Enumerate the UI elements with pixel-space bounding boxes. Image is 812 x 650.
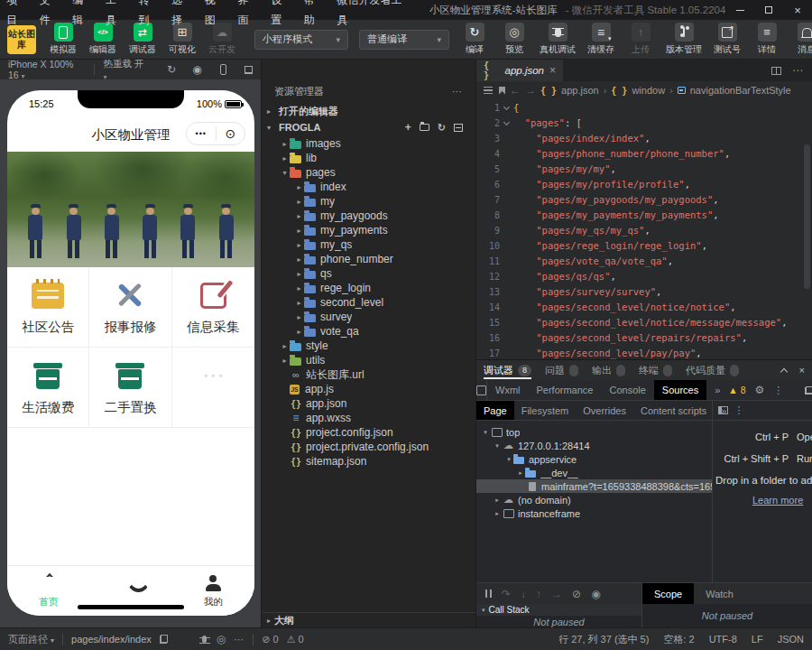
tree-item[interactable]: ▸ my bbox=[262, 194, 475, 209]
editor-more-icon[interactable]: ⋯ bbox=[792, 64, 803, 77]
code-line[interactable]: 11 "pages/vote_qa/vote_qa", bbox=[476, 254, 812, 269]
error-count[interactable]: ⊘ 0 bbox=[262, 634, 278, 645]
deactivate-breakpoints-icon[interactable]: ⊘ bbox=[572, 589, 581, 599]
devtools-tab[interactable]: Wxml bbox=[487, 380, 529, 400]
outline-section[interactable]: ▸ 大纲 bbox=[262, 612, 475, 627]
current-page-path[interactable]: pages/index/index bbox=[71, 634, 152, 645]
popout-simulator-icon[interactable] bbox=[245, 66, 253, 74]
close-tab-icon[interactable]: × bbox=[549, 64, 556, 77]
record-icon[interactable]: ◉ bbox=[192, 63, 201, 76]
menubar-item[interactable]: 微信开发者工具 bbox=[330, 0, 414, 30]
breadcrumb-file[interactable]: app.json bbox=[561, 85, 599, 96]
menubar-item[interactable]: 帮助 bbox=[298, 0, 331, 30]
navigator-tab[interactable]: Overrides bbox=[576, 401, 633, 420]
menubar-item[interactable]: 编辑 bbox=[66, 0, 99, 30]
tree-item[interactable]: ▸ second_level bbox=[262, 295, 475, 310]
page-path-selector[interactable]: 页面路径 ▾ bbox=[8, 633, 54, 646]
navigator-tab[interactable]: Content scripts bbox=[633, 401, 714, 420]
tree-item[interactable]: ▸ vote_qa bbox=[262, 324, 475, 339]
compile-action-button[interactable]: 真机调试 bbox=[534, 23, 581, 56]
project-action-button[interactable]: 上传 bbox=[621, 23, 660, 56]
tree-item[interactable]: app.wxss bbox=[262, 411, 475, 425]
tree-item[interactable]: ▸ rege_login bbox=[262, 281, 475, 295]
explorer-more-icon[interactable]: ⋯ bbox=[452, 86, 463, 98]
more-tabs-icon[interactable]: » bbox=[706, 380, 728, 400]
tree-item[interactable]: sitemap.json bbox=[262, 454, 475, 469]
feature-grid-item[interactable]: 二手置换 bbox=[89, 348, 171, 428]
minimize-button[interactable] bbox=[725, 0, 754, 20]
project-root-section[interactable]: ▾ FROGLA + ↻ bbox=[262, 119, 475, 135]
device-selector[interactable]: iPhone X 100% 16 ▾ bbox=[8, 59, 85, 80]
toggle-navigator-icon[interactable] bbox=[718, 406, 728, 414]
code-line[interactable]: 13 "pages/survey/survey", bbox=[476, 284, 812, 300]
menubar-item[interactable]: 项目 bbox=[0, 0, 33, 30]
feature-grid-item[interactable]: 生活缴费 bbox=[7, 348, 89, 428]
compile-mode-dropdown[interactable]: 普通编译▾ bbox=[359, 30, 449, 50]
panel-tab[interactable]: 代码质量 bbox=[686, 360, 739, 380]
project-action-button[interactable]: 测试号 bbox=[707, 23, 747, 56]
code-line[interactable]: 4 "pages/phone_number/phone_number", bbox=[476, 146, 812, 162]
source-tree-item[interactable]: ▾ 127.0.0.1:28414 bbox=[476, 439, 712, 452]
tree-item[interactable]: ▸ my_payments bbox=[262, 223, 475, 237]
close-button[interactable]: × bbox=[783, 0, 812, 20]
tree-item[interactable]: project.config.json bbox=[262, 425, 475, 440]
refresh-explorer-icon[interactable]: ↻ bbox=[438, 122, 446, 134]
new-file-icon[interactable]: + bbox=[405, 122, 411, 133]
navigator-tab[interactable]: Filesystem bbox=[514, 401, 577, 420]
code-line[interactable]: 17 "pages/second_level/pay/pay", bbox=[476, 346, 812, 359]
language-mode[interactable]: JSON bbox=[778, 634, 804, 645]
undock-icon[interactable] bbox=[805, 386, 812, 395]
breadcrumb-object[interactable]: window bbox=[632, 85, 665, 96]
menubar-item[interactable]: 转到 bbox=[133, 0, 166, 30]
tree-item[interactable]: ▾ pages bbox=[262, 165, 475, 180]
encoding[interactable]: UTF-8 bbox=[709, 634, 737, 645]
close-panel-icon[interactable]: × bbox=[799, 365, 805, 376]
cursor-position[interactable]: 行 27, 列 37 (选中 5) bbox=[558, 633, 649, 646]
project-action-button[interactable]: 详情 bbox=[747, 23, 787, 56]
panel-tab[interactable]: 调试器 8 bbox=[484, 360, 531, 380]
tree-item[interactable]: app.js bbox=[262, 382, 475, 396]
code-line[interactable]: 7 "pages/my_paygoods/my_paygoods", bbox=[476, 192, 812, 208]
step-icon[interactable]: → bbox=[551, 589, 562, 599]
new-folder-icon[interactable] bbox=[420, 124, 429, 131]
compile-action-button[interactable]: 编译 bbox=[455, 23, 494, 56]
device-frame-icon[interactable] bbox=[220, 64, 226, 75]
split-editor-icon[interactable] bbox=[771, 67, 781, 75]
menu-icon[interactable] bbox=[484, 87, 493, 94]
tree-item[interactable]: 站长图库.url bbox=[262, 367, 475, 382]
more-menu-button[interactable]: ••• bbox=[187, 129, 216, 138]
panel-tab[interactable]: 问题 bbox=[545, 360, 578, 380]
project-action-button[interactable]: 版本管理 bbox=[660, 23, 707, 56]
menubar-item[interactable]: 选择 bbox=[165, 0, 198, 30]
code-line[interactable]: 10 "pages/rege_login/rege_login", bbox=[476, 238, 812, 254]
back-icon[interactable]: ← bbox=[510, 84, 521, 97]
source-tree-item[interactable]: ▸ (no domain) bbox=[476, 493, 712, 506]
tree-item[interactable]: ▸ my_paygoods bbox=[262, 209, 475, 223]
code-line[interactable]: 9 "pages/my_qs/my_qs", bbox=[476, 223, 812, 238]
tree-item[interactable]: ▸ lib bbox=[262, 151, 475, 165]
kebab-menu-icon[interactable]: ⋮ bbox=[773, 385, 783, 396]
source-tree-item[interactable]: ▾ top bbox=[476, 425, 712, 439]
restart-icon[interactable]: ↻ bbox=[167, 63, 176, 76]
devtools-tab[interactable]: Performance bbox=[529, 380, 602, 400]
watch-tab[interactable]: Watch bbox=[694, 583, 745, 604]
step-over-icon[interactable]: ↷ bbox=[502, 589, 511, 599]
collapse-folders-icon[interactable] bbox=[454, 124, 463, 132]
panel-tab[interactable]: 终端 bbox=[639, 360, 672, 380]
source-tree-item[interactable]: ▸ __dev__ bbox=[476, 466, 712, 479]
tree-item[interactable]: app.json bbox=[262, 396, 475, 411]
code-line[interactable]: 8 "pages/my_payments/my_payments", bbox=[476, 208, 812, 223]
collapse-panel-icon[interactable] bbox=[780, 367, 787, 375]
code-line[interactable]: 15 "pages/second_level/notice/message/me… bbox=[476, 315, 812, 330]
maximize-button[interactable] bbox=[754, 0, 783, 20]
menubar-item[interactable]: 文件 bbox=[33, 0, 67, 30]
devtools-tab[interactable]: Console bbox=[601, 380, 653, 400]
tree-item[interactable]: ▸ index bbox=[262, 180, 475, 194]
tree-item[interactable]: ▸ phone_number bbox=[262, 252, 475, 266]
tree-item[interactable]: ▸ utils bbox=[262, 353, 475, 367]
close-minimize-button[interactable]: ⊙ bbox=[217, 126, 245, 141]
source-tree-item[interactable]: mainframe?t=1659338488398&cts=1659338488… bbox=[476, 479, 712, 493]
panel-tab[interactable]: 输出 bbox=[592, 360, 625, 380]
editor-scrollbar[interactable] bbox=[804, 144, 810, 289]
eol-setting[interactable]: LF bbox=[752, 634, 763, 645]
